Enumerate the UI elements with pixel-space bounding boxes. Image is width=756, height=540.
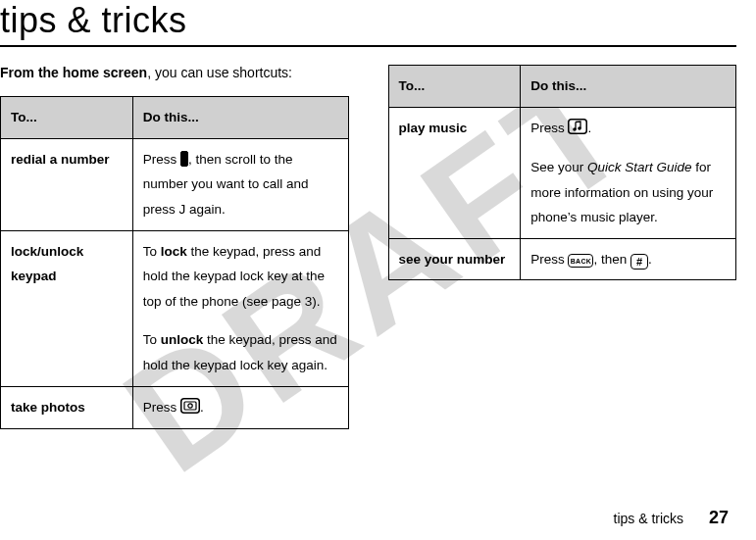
hash-key-icon: # — [630, 254, 648, 270]
table-cell-dothis: Press .See your Quick Start Guide for mo… — [521, 107, 736, 238]
intro-rest: , you can use shortcuts: — [147, 65, 292, 80]
table-row: redial a numberPress , then scroll to th… — [1, 138, 349, 230]
svg-point-5 — [579, 126, 582, 130]
italic-text: Quick Start Guide — [587, 160, 692, 174]
svg-point-2 — [188, 404, 192, 408]
table-row: take photosPress . — [1, 386, 349, 428]
table-cell-to: redial a number — [1, 138, 133, 230]
page-content: tips & tricks From the home screen, you … — [0, 0, 756, 429]
th-dothis: Do this... — [521, 66, 736, 108]
shortcuts-table-right: To... Do this... play musicPress .See yo… — [388, 65, 737, 280]
page-title: tips & tricks — [0, 0, 736, 47]
right-tbody: play musicPress .See your Quick Start Gu… — [388, 107, 736, 280]
footer-label: tips & tricks — [614, 511, 684, 526]
page-number: 27 — [709, 508, 729, 527]
intro-bold: From the home screen — [0, 65, 147, 80]
camera-key-icon — [180, 397, 200, 422]
th-to: To... — [1, 97, 133, 139]
table-row: lock/unlock keypadTo lock the keypad, pr… — [1, 230, 349, 386]
nav-key-icon — [180, 151, 188, 167]
table-cell-to: take photos — [1, 386, 133, 428]
table-cell-to: play music — [388, 107, 521, 238]
right-column: To... Do this... play musicPress .See yo… — [388, 65, 737, 429]
shortcuts-table-left: To... Do this... redial a numberPress , … — [0, 96, 349, 429]
table-cell-to: lock/unlock keypad — [1, 230, 133, 386]
content-columns: From the home screen, you can use shortc… — [0, 65, 736, 429]
left-column: From the home screen, you can use shortc… — [0, 65, 349, 429]
th-dothis: Do this... — [132, 97, 348, 139]
table-cell-dothis: Press , then scroll to the number you wa… — [132, 138, 348, 230]
table-cell-dothis: Press . — [132, 386, 348, 428]
table-cell-dothis: Press BACK, then #. — [521, 238, 736, 280]
table-row: see your numberPress BACK, then #. — [388, 238, 736, 280]
table-row: play musicPress .See your Quick Start Gu… — [388, 107, 736, 238]
back-key-icon: BACK — [568, 254, 593, 268]
bold-text: lock — [161, 244, 187, 259]
bold-text: unlock — [161, 332, 204, 347]
music-key-icon — [568, 118, 587, 143]
table-cell-to: see your number — [388, 238, 521, 280]
left-tbody: redial a numberPress , then scroll to th… — [1, 138, 349, 428]
page-footer: tips & tricks 27 — [614, 508, 730, 528]
th-to: To... — [388, 66, 521, 108]
table-cell-dothis: To lock the keypad, press and hold the k… — [132, 230, 348, 386]
intro-text: From the home screen, you can use shortc… — [0, 65, 349, 80]
